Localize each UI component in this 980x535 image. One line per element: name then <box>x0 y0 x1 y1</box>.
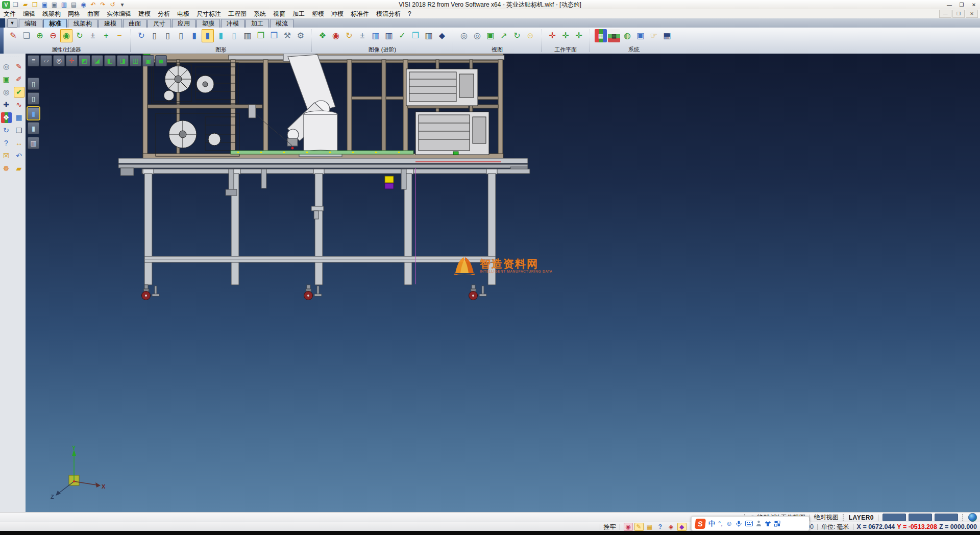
zoom-find-icon[interactable]: ◎ <box>1 61 12 72</box>
tab-machining[interactable]: 加工 <box>246 19 269 28</box>
curve-pencil-icon[interactable]: ∿ <box>14 100 24 110</box>
viewport-axis-icon[interactable]: ✛ <box>66 55 78 66</box>
zoom-selected-icon[interactable]: ◎ <box>471 29 483 42</box>
globe-icon[interactable] <box>968 513 977 522</box>
tab-surface[interactable]: 曲面 <box>123 19 146 28</box>
cad-model[interactable] <box>26 54 980 512</box>
menu-dimensioning[interactable]: 尺寸标注 <box>193 9 225 18</box>
ime-emoji-icon[interactable]: ☺ <box>726 518 732 530</box>
ime-mic-icon[interactable] <box>736 520 742 527</box>
menu-system[interactable]: 系统 <box>250 9 270 18</box>
render-settings-icon[interactable]: ⚙ <box>295 29 307 42</box>
open-project-icon[interactable]: ▰ <box>14 163 24 174</box>
view-bottom-icon[interactable]: ◪ <box>91 55 103 66</box>
layer-color-swatch[interactable] <box>883 514 906 521</box>
workplane-set-icon[interactable]: ✛ <box>546 29 558 42</box>
zoom-extents-icon[interactable]: ↗ <box>498 29 510 42</box>
filter-add-icon[interactable]: ⊕ <box>34 29 46 42</box>
view-top-icon[interactable]: ◩ <box>79 55 90 66</box>
attribute-box-icon[interactable]: ▦ <box>645 523 654 531</box>
tab-standard[interactable]: 标准 <box>43 19 67 28</box>
restore-button[interactable]: ❐ <box>955 1 968 9</box>
ime-skin-shirt-icon[interactable] <box>765 521 771 527</box>
tab-modeling[interactable]: 建模 <box>99 19 122 28</box>
shading-smiley-icon[interactable]: ☺ <box>524 29 536 42</box>
open-file-icon[interactable]: ▰ <box>21 1 30 9</box>
shaded-cylinder-icon[interactable]: ▮ <box>188 29 201 42</box>
sketch-circle-icon[interactable]: ✐ <box>14 74 24 85</box>
style-hidden-icon[interactable]: ▯ <box>28 92 39 105</box>
color-table-icon[interactable]: ▦ <box>608 29 620 42</box>
menu-standard-parts[interactable]: 标准件 <box>347 9 373 18</box>
ime-layout-grid-icon[interactable] <box>774 521 780 527</box>
grid-window-icon[interactable]: ▦ <box>14 112 24 123</box>
snap-hand-icon[interactable]: ☞ <box>648 29 660 42</box>
modify-attributes-icon[interactable]: ✎ <box>7 29 19 42</box>
snap-diamond-icon[interactable]: ◆ <box>677 523 687 531</box>
menu-machining[interactable]: 加工 <box>289 9 308 18</box>
view-front-icon[interactable]: ◫ <box>130 55 141 66</box>
zoom-in-icon[interactable]: ◎ <box>458 29 470 42</box>
tab-die[interactable]: 冲模 <box>221 19 244 28</box>
background-color-swatch[interactable] <box>935 514 958 521</box>
filter-plus-icon[interactable]: + <box>100 29 112 42</box>
view-left-icon[interactable]: ◧ <box>104 55 116 66</box>
sidebar-drag-handle[interactable]: ······· <box>1 56 25 59</box>
new-file-icon[interactable]: ❏ <box>11 1 20 9</box>
view-back-icon[interactable]: ▣ <box>142 55 154 66</box>
menu-surface[interactable]: 曲面 <box>84 9 103 18</box>
menu-file[interactable]: 文件 <box>0 9 19 18</box>
rotate-view-icon[interactable]: ↻ <box>511 29 523 42</box>
pick-filter-icon[interactable]: ✎ <box>634 523 644 531</box>
workplane-plane-icon[interactable]: ▱ <box>40 55 52 66</box>
wireframe-cylinder-icon[interactable]: ▯ <box>149 29 161 42</box>
menu-mesh[interactable]: 网格 <box>64 9 84 18</box>
style-shaded-edges-icon[interactable]: ▮ <box>28 122 39 134</box>
save-all-icon[interactable]: ▥ <box>60 1 68 9</box>
window-settings-icon[interactable]: ▣ <box>634 29 647 42</box>
regen-graphics-icon[interactable]: ↻ <box>135 29 148 42</box>
mdi-restore-button[interactable]: ❐ <box>952 10 965 18</box>
ime-chinese-mode-icon[interactable]: 中 <box>708 518 715 530</box>
filter-traffic-light-icon[interactable]: ◉ <box>60 29 72 42</box>
viewport-zoom-icon[interactable]: ◎ <box>53 55 65 66</box>
menu-help[interactable]: ? <box>404 9 415 18</box>
workplane-align-icon[interactable]: ✛ <box>559 29 572 42</box>
help-query-icon[interactable]: ? <box>1 138 12 149</box>
ime-keyboard-icon[interactable] <box>745 521 753 526</box>
solid-cube-icon[interactable]: ❑ <box>14 125 24 136</box>
select-box-icon[interactable]: ▣ <box>1 74 12 85</box>
navigate-wheel-icon[interactable]: ☸ <box>1 163 12 174</box>
erase-sketch-icon[interactable]: ✎ <box>14 61 24 72</box>
tab-dropdown-icon[interactable]: ▼ <box>7 18 17 28</box>
view-indicator[interactable]: 绝对视图 <box>814 513 839 522</box>
tab-wireframe[interactable]: 线架构 <box>68 19 97 28</box>
preview-icon[interactable]: ◉ <box>79 1 88 9</box>
refresh-view-icon[interactable]: ↻ <box>1 125 12 136</box>
tab-dimension[interactable]: 尺寸 <box>148 19 171 28</box>
menu-modeling[interactable]: 建模 <box>135 9 154 18</box>
menu-solid-edit[interactable]: 实体编辑 <box>103 9 135 18</box>
redo-icon[interactable]: ↷ <box>99 1 107 9</box>
zoom-dynamic-icon[interactable]: ◎ <box>1 87 12 98</box>
solid-plusminus-icon[interactable]: ± <box>356 29 369 42</box>
layers-palette-icon[interactable]: ❖ <box>1 112 12 123</box>
menu-window[interactable]: 视窗 <box>270 9 289 18</box>
solid-traffic-light-icon[interactable]: ◉ <box>330 29 342 42</box>
pen-color-swatch[interactable] <box>909 514 932 521</box>
shaded-edges-cylinder-icon[interactable]: ▮ <box>202 29 214 42</box>
lock-indicator[interactable]: 拴牢 <box>604 523 616 531</box>
close-button[interactable]: ✕ <box>968 1 980 9</box>
view-right-icon[interactable]: ◨ <box>117 55 129 66</box>
style-shaded-icon[interactable]: ▮ <box>28 107 39 119</box>
minimize-button[interactable]: — <box>943 1 955 9</box>
ghost-cylinder-icon[interactable]: ▯ <box>228 29 240 42</box>
zoom-window-icon[interactable]: ▣ <box>484 29 497 42</box>
filter-refresh-icon[interactable]: ↻ <box>74 29 86 42</box>
toolbar-options-icon[interactable]: ▾ <box>118 1 127 9</box>
hidden-line-cylinder-icon[interactable]: ▯ <box>162 29 174 42</box>
hatch-cylinder-icon[interactable]: ▥ <box>241 29 254 42</box>
mdi-minimize-button[interactable]: — <box>939 10 951 18</box>
copy-attributes-icon[interactable]: ❏ <box>20 29 33 42</box>
menu-wireframe[interactable]: 线架构 <box>39 9 64 18</box>
